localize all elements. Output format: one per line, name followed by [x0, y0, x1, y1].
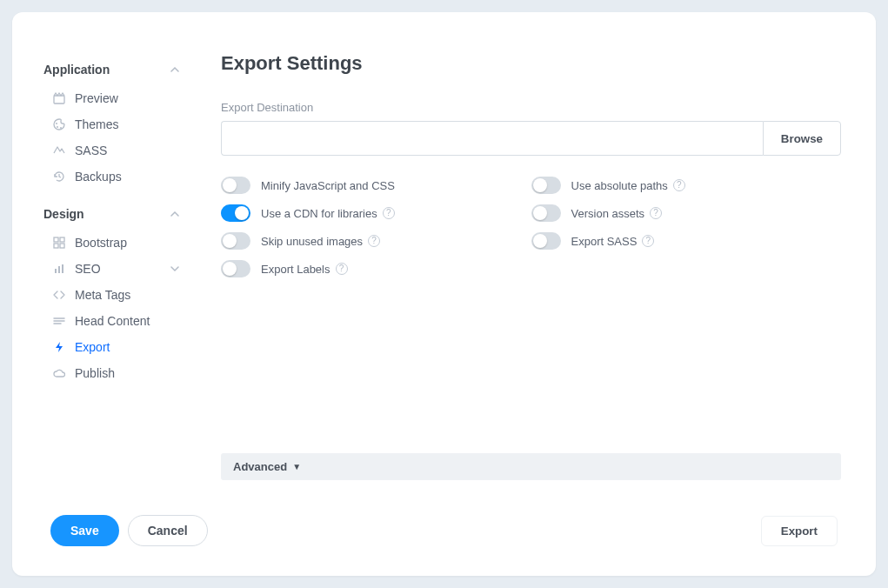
browse-button[interactable]: Browse: [763, 121, 841, 156]
toggle-label: Export SASS: [571, 235, 638, 248]
sidebar-item-label: Backups: [75, 170, 122, 184]
svg-rect-7: [60, 244, 64, 248]
svg-rect-9: [58, 266, 60, 273]
sidebar-item-themes[interactable]: Themes: [38, 111, 188, 137]
sidebar-item-publish[interactable]: Publish: [38, 360, 188, 386]
toggle-export-labels[interactable]: [221, 260, 250, 277]
svg-rect-5: [60, 237, 64, 242]
toggle-label: Minify JavaScript and CSS: [261, 179, 395, 192]
sidebar-item-label: Head Content: [75, 314, 150, 328]
chevron-down-icon: [170, 262, 179, 276]
help-icon[interactable]: ?: [642, 235, 654, 247]
export-options: Minify JavaScript and CSS Use absolute p…: [221, 177, 841, 277]
svg-point-1: [56, 123, 57, 124]
toggle-export-sass[interactable]: [531, 232, 561, 250]
svg-rect-4: [54, 237, 58, 242]
export-destination-input[interactable]: [221, 121, 763, 156]
svg-point-2: [57, 126, 58, 128]
caret-down-icon: ▼: [292, 462, 301, 471]
save-button[interactable]: Save: [50, 515, 119, 546]
toggle-minify[interactable]: [221, 177, 250, 194]
chevron-up-icon: [170, 63, 179, 77]
main-content: Export Settings Export Destination Brows…: [195, 12, 876, 576]
cloud-icon: [52, 366, 66, 380]
sidebar-item-label: Export: [75, 340, 110, 354]
svg-rect-8: [55, 269, 57, 273]
help-icon[interactable]: ?: [673, 179, 685, 191]
sidebar-item-label: Bootstrap: [75, 236, 127, 250]
advanced-label: Advanced: [233, 460, 287, 473]
sidebar-item-head-content[interactable]: Head Content: [38, 308, 188, 334]
svg-point-3: [60, 127, 62, 129]
clapperboard-icon: [52, 91, 66, 105]
svg-rect-6: [54, 244, 58, 248]
cancel-button[interactable]: Cancel: [128, 515, 208, 546]
sidebar-item-label: SEO: [75, 262, 101, 276]
sidebar-item-preview[interactable]: Preview: [38, 85, 188, 111]
advanced-toggle[interactable]: Advanced ▼: [221, 453, 841, 480]
sidebar-item-label: Themes: [75, 117, 119, 131]
toggle-skip-images[interactable]: [221, 232, 250, 250]
help-icon[interactable]: ?: [650, 207, 662, 219]
toggle-label: Skip unused images: [261, 235, 363, 248]
lines-icon: [52, 314, 66, 328]
svg-rect-10: [62, 264, 63, 273]
footer: Save Cancel Export: [12, 498, 876, 576]
toggle-version-assets[interactable]: [531, 204, 561, 222]
sidebar-item-label: Publish: [75, 366, 115, 380]
toggle-label: Version assets: [571, 207, 645, 220]
bolt-icon: [52, 340, 66, 354]
toggle-label: Use absolute paths: [571, 179, 668, 192]
toggle-absolute-paths[interactable]: [531, 177, 561, 194]
bar-chart-icon: [52, 262, 66, 276]
chevron-up-icon: [170, 207, 179, 221]
sidebar-section-label: Design: [43, 207, 84, 221]
sidebar-item-label: SASS: [75, 144, 107, 157]
export-button[interactable]: Export: [761, 516, 838, 546]
sass-icon: [52, 144, 66, 157]
code-icon: [52, 288, 66, 302]
sidebar-item-seo[interactable]: SEO: [38, 256, 188, 282]
sidebar-item-bootstrap[interactable]: Bootstrap: [38, 230, 188, 256]
help-icon[interactable]: ?: [368, 235, 380, 247]
export-destination-label: Export Destination: [221, 101, 841, 114]
sidebar-section-application[interactable]: Application: [38, 54, 188, 85]
sidebar-section-design[interactable]: Design: [38, 198, 188, 230]
svg-rect-0: [54, 96, 64, 104]
toggle-cdn[interactable]: [221, 204, 250, 222]
sidebar-section-label: Application: [43, 63, 110, 77]
sidebar: Application Preview Themes SASS: [12, 12, 195, 576]
toggle-label: Use a CDN for libraries: [261, 207, 377, 220]
grid-icon: [52, 236, 66, 250]
help-icon[interactable]: ?: [383, 207, 395, 219]
sidebar-item-label: Meta Tags: [75, 288, 130, 302]
sidebar-item-label: Preview: [75, 91, 118, 105]
sidebar-item-backups[interactable]: Backups: [38, 164, 188, 190]
help-icon[interactable]: ?: [336, 263, 348, 275]
page-title: Export Settings: [221, 52, 841, 75]
sidebar-item-export[interactable]: Export: [38, 334, 188, 360]
palette-icon: [52, 117, 66, 131]
history-icon: [52, 170, 66, 184]
sidebar-item-meta-tags[interactable]: Meta Tags: [38, 282, 188, 308]
toggle-label: Export Labels: [261, 263, 330, 276]
sidebar-item-sass[interactable]: SASS: [38, 137, 188, 164]
